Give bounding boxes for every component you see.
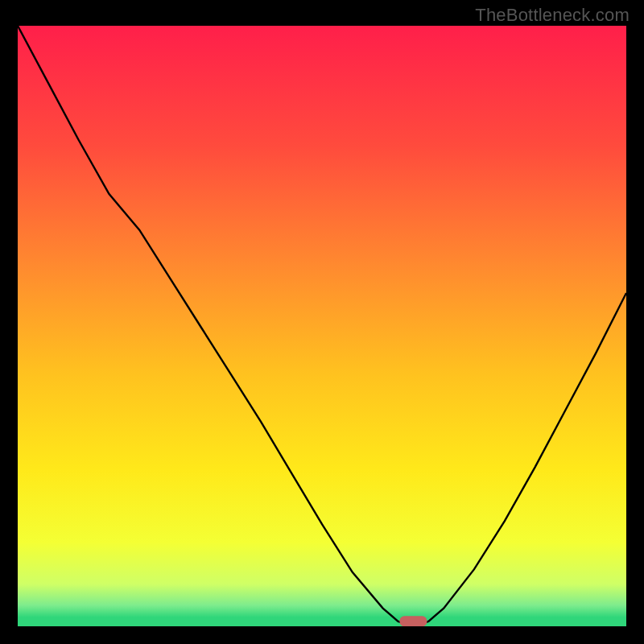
chart-svg [18, 26, 626, 626]
chart-frame: TheBottleneck.com [0, 0, 644, 644]
gradient-background [18, 26, 626, 626]
optimal-marker [399, 616, 427, 626]
plot-area [18, 26, 626, 626]
watermark-text: TheBottleneck.com [475, 5, 630, 26]
